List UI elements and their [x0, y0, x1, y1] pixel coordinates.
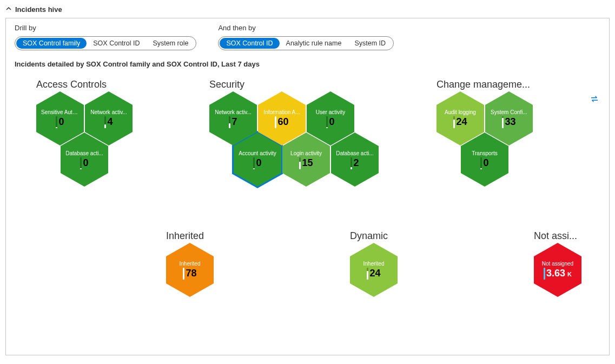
hex-value: 78	[186, 268, 196, 279]
hex-value-row: 24	[453, 116, 467, 128]
hex-value-row: 78	[183, 268, 196, 280]
hex-value-row: 0	[480, 157, 488, 169]
and-then-by-option[interactable]: Analytic rule name	[280, 38, 348, 49]
hex-body: Inherited78	[166, 243, 214, 297]
cluster-title: Dynamic	[350, 230, 415, 242]
hex-label: Information A...	[263, 109, 300, 115]
hex-bar	[104, 116, 106, 128]
hex-value: 15	[302, 157, 313, 169]
cluster-title: Security	[209, 79, 307, 90]
hex-label: System Confi...	[491, 109, 527, 115]
hive-area: Access ControlsSensitive Auth...0Network…	[15, 79, 600, 333]
hex-bar	[229, 116, 230, 128]
cluster-title: Not assi...	[534, 230, 583, 242]
drill-by-option[interactable]: SOX Control ID	[87, 38, 146, 49]
hex-value: 60	[277, 116, 288, 128]
hex-label: Not assigned	[542, 261, 573, 267]
hex-body: Not assigned3.63 K	[534, 243, 581, 297]
and-then-by-label: And then by	[218, 24, 394, 32]
hex-bar	[453, 116, 455, 128]
hex-value-row: 24	[367, 268, 380, 280]
drill-by-option[interactable]: SOX Control family	[16, 38, 87, 49]
hex-value: 0	[329, 116, 334, 128]
hex-bar	[502, 116, 504, 128]
section-header[interactable]: Incidents hive	[5, 5, 610, 14]
cluster: DynamicInherited24	[350, 230, 415, 243]
hex-label: Sensitive Auth...	[41, 109, 79, 115]
hex-value-row: 60	[275, 116, 288, 128]
section-title: Incidents hive	[15, 5, 62, 14]
hex-value-row: 0	[56, 116, 64, 128]
hex-value: 7	[232, 116, 237, 128]
drill-by-label: Drill by	[15, 24, 196, 32]
hex-value-row: 15	[299, 157, 313, 169]
cluster: Not assi...Not assigned3.63 K	[534, 230, 583, 243]
hex-tile[interactable]: Not assigned3.63 K	[534, 243, 581, 297]
hex-value-row: 7	[229, 116, 237, 128]
hex-value: 2	[353, 157, 359, 169]
hex-label: Network activ...	[90, 109, 127, 115]
hex-value-row: 0	[253, 157, 261, 169]
hex-bar	[299, 157, 301, 169]
drill-by-col: Drill by SOX Control familySOX Control I…	[15, 24, 196, 50]
hex-value-row: 4	[104, 116, 113, 128]
chevron-up-icon	[5, 5, 12, 14]
hex-body: Inherited24	[350, 243, 398, 297]
hex-bar	[544, 268, 545, 280]
cluster-title: Access Controls	[36, 79, 144, 90]
and-then-by-col: And then by SOX Control IDAnalytic rule …	[218, 24, 394, 50]
hex-bar	[351, 157, 352, 169]
hex-value-row: 33	[502, 116, 515, 128]
hex-label: User activity	[316, 109, 345, 115]
chart-subtitle: Incidents detailed by SOX Control family…	[15, 60, 600, 68]
cluster-title: Inherited	[166, 230, 231, 242]
cluster-title: Change manageme...	[437, 79, 534, 90]
hex-value: 33	[505, 116, 515, 128]
hex-label: Database acti...	[336, 150, 373, 156]
and-then-by-option[interactable]: System ID	[348, 38, 392, 49]
hex-value: 24	[456, 116, 467, 128]
hex-bar	[480, 157, 482, 169]
hex-value: 0	[256, 157, 261, 169]
hex-value-row: 0	[326, 116, 334, 128]
hex-bar	[326, 116, 328, 128]
hex-tile[interactable]: Inherited78	[166, 243, 214, 297]
drill-controls: Drill by SOX Control familySOX Control I…	[15, 24, 600, 50]
hex-bar	[80, 157, 82, 169]
hex-value: 24	[369, 268, 380, 279]
hex-value: 0	[58, 116, 64, 128]
hex-label: Network activ...	[215, 109, 252, 115]
hex-value: 0	[483, 157, 488, 169]
hex-label: Account activity	[239, 150, 276, 156]
hex-label: Login activity	[290, 150, 322, 156]
hex-value: 3.63 K	[546, 268, 572, 279]
and-then-by-pillgroup: SOX Control IDAnalytic rule nameSystem I…	[218, 36, 394, 50]
hex-label: Transports	[472, 150, 497, 156]
and-then-by-option[interactable]: SOX Control ID	[220, 38, 279, 49]
hex-tile[interactable]: Inherited24	[350, 243, 398, 297]
hex-bar	[275, 116, 276, 128]
hex-value-row: 0	[80, 157, 88, 169]
cluster: Change manageme...Audit logging24System …	[437, 79, 534, 91]
hex-value: 0	[83, 157, 88, 169]
hex-label: Inherited	[363, 261, 385, 267]
panel: Drill by SOX Control familySOX Control I…	[5, 18, 610, 355]
hex-value-row: 2	[351, 157, 359, 169]
hex-value-row: 3.63 K	[544, 268, 572, 280]
hex-bar	[56, 116, 57, 128]
hex-bar	[253, 157, 255, 169]
hex-label: Audit logging	[445, 109, 476, 115]
cluster: Access ControlsSensitive Auth...0Network…	[36, 79, 144, 91]
hex-value: 4	[107, 116, 113, 128]
cluster: InheritedInherited78	[166, 230, 231, 243]
drill-by-pillgroup: SOX Control familySOX Control IDSystem r…	[15, 36, 196, 50]
hex-bar	[183, 268, 184, 280]
drill-by-option[interactable]: System role	[146, 38, 195, 49]
hex-label: Inherited	[180, 261, 201, 267]
hex-bar	[367, 268, 368, 280]
cluster: SecurityNetwork activ...7Information A..…	[209, 79, 307, 91]
hex-label: Database acti...	[65, 150, 103, 156]
